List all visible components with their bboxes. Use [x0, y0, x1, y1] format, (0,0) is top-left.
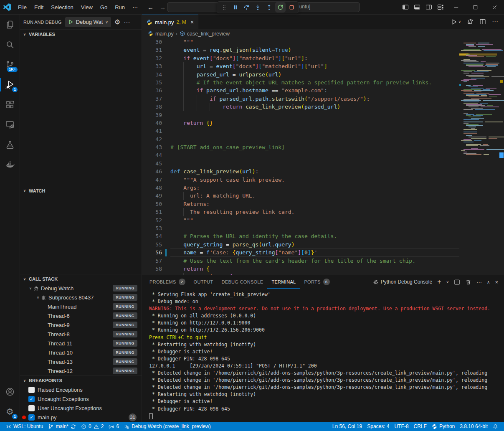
code-text[interactable]: # [START add_ons_case_preview_link] — [170, 143, 459, 151]
glyph-margin[interactable] — [142, 192, 149, 200]
breakpoint-item[interactable]: Raised Exceptions — [20, 385, 142, 394]
menu-go[interactable]: Go — [96, 4, 111, 10]
glyph-margin[interactable] — [142, 95, 149, 103]
eol-status[interactable]: CRLF — [411, 423, 429, 429]
open-changes-icon[interactable] — [467, 18, 474, 25]
breadcrumb-symbol[interactable]: case_link_preview — [187, 31, 230, 37]
menu-file[interactable]: File — [14, 4, 30, 10]
menu-view[interactable]: View — [77, 4, 96, 10]
watch-header[interactable]: ∨ WATCH — [20, 186, 142, 195]
code-text[interactable]: Returns: — [170, 200, 459, 208]
panel-tab-terminal[interactable]: TERMINAL — [267, 275, 300, 289]
encoding-status[interactable]: UTF-8 — [392, 423, 411, 429]
code-text[interactable]: if event["docs"]["matchedUrl"]["url"]: — [170, 54, 459, 62]
glyph-margin[interactable] — [142, 54, 149, 62]
cursor-position[interactable]: Ln 56, Col 19 — [330, 423, 365, 429]
debug-settings-gear-icon[interactable]: ⚙ — [114, 18, 120, 26]
code-text[interactable]: The resulting preview link card. — [170, 208, 459, 216]
code-text[interactable]: event = req.get_json(silent=True) — [170, 46, 459, 54]
debug-restart-button[interactable] — [275, 2, 286, 13]
debug-step-into-button[interactable] — [253, 2, 263, 13]
remote-indicator[interactable]: WSL: Ubuntu — [3, 423, 46, 429]
activity-search[interactable] — [0, 35, 20, 55]
menu-selection[interactable]: Selection — [47, 4, 77, 10]
split-terminal-icon[interactable] — [454, 279, 460, 285]
tab-main-py[interactable]: main.py 2, M × — [142, 15, 198, 29]
toggle-sidebar-icon[interactable] — [400, 0, 411, 14]
code-text[interactable] — [170, 135, 459, 143]
window-maximize-button[interactable] — [466, 0, 485, 14]
activity-accounts[interactable] — [0, 382, 20, 402]
notifications-bell[interactable] — [490, 424, 501, 429]
glyph-margin[interactable] — [142, 184, 149, 192]
code-text[interactable]: def case_link_preview(url): — [170, 167, 459, 175]
code-text[interactable]: """ — [170, 38, 459, 46]
panel-tab-output[interactable]: OUTPUT — [190, 275, 218, 289]
code-text[interactable] — [170, 160, 459, 167]
glyph-margin[interactable] — [142, 216, 149, 224]
glyph-margin[interactable] — [142, 127, 149, 135]
glyph-margin[interactable] — [142, 143, 149, 151]
code-text[interactable]: # Uses the text from the card's header f… — [170, 257, 459, 265]
code-text[interactable]: parsed_url = urlparse(url) — [170, 71, 459, 79]
call-stack-item[interactable]: MainThreadRUNNING — [20, 302, 142, 311]
tab-close-icon[interactable]: × — [190, 19, 194, 25]
code-text[interactable] — [170, 111, 459, 119]
glyph-margin[interactable] — [142, 200, 149, 208]
terminal-dropdown-icon[interactable]: ∨ — [446, 280, 449, 284]
code-text[interactable]: return { — [170, 265, 459, 273]
code-text[interactable]: url: A matching URL. — [170, 192, 459, 200]
glyph-margin[interactable] — [142, 257, 149, 265]
code-text[interactable]: query_string = parse_qs(url.query) — [170, 241, 459, 248]
nav-back-icon[interactable]: ← — [147, 4, 154, 11]
code-text[interactable]: Args: — [170, 184, 459, 192]
activity-settings[interactable]: ⚙ 1 — [0, 402, 20, 422]
activity-run-and-debug[interactable]: 1 — [0, 75, 20, 95]
code-text[interactable]: """A support case link preview. — [170, 176, 459, 184]
breakpoint-dot[interactable] — [142, 46, 149, 54]
call-stack-item[interactable]: Thread-9RUNNING — [20, 320, 142, 330]
call-stack-item[interactable]: Thread-10RUNNING — [20, 348, 142, 357]
glyph-margin[interactable] — [142, 151, 149, 159]
call-stack-item[interactable]: ∨Debug WatchRUNNING — [20, 284, 142, 293]
glyph-margin[interactable] — [142, 119, 149, 127]
call-stack-item[interactable]: Thread-8RUNNING — [20, 330, 142, 339]
code-text[interactable]: url = event["docs"]["matchedUrl"]["url"] — [170, 62, 459, 70]
split-editor-icon[interactable] — [479, 18, 486, 25]
code-text[interactable]: "action": { — [170, 273, 459, 275]
problems-status[interactable]: 0 2 — [79, 423, 106, 429]
breakpoints-header[interactable]: ∨ BREAKPOINTS — [20, 376, 142, 385]
glyph-margin[interactable] — [142, 273, 149, 275]
code-text[interactable]: # If the event object URL matches a spec… — [170, 79, 459, 86]
code-text[interactable] — [170, 127, 459, 135]
glyph-margin[interactable] — [142, 224, 149, 232]
terminal-instance-label[interactable]: Python Debug Console — [373, 279, 432, 285]
panel-tab-problems[interactable]: PROBLEMS2 — [145, 275, 190, 289]
glyph-margin[interactable] — [142, 265, 149, 273]
debug-step-out-button[interactable] — [264, 2, 274, 13]
code-editor[interactable]: 30 """31 event = req.get_json(silent=Tru… — [142, 38, 504, 275]
close-panel-icon[interactable]: × — [495, 279, 498, 285]
window-close-button[interactable] — [485, 0, 504, 14]
glyph-margin[interactable] — [142, 79, 149, 86]
debug-session-status[interactable]: Debug Watch (create_link_preview) — [122, 423, 213, 429]
code-text[interactable] — [170, 151, 459, 159]
toggle-panel-icon[interactable] — [411, 0, 423, 14]
menu-edit[interactable]: Edit — [30, 4, 47, 10]
indentation-status[interactable]: Spaces: 4 — [365, 423, 392, 429]
glyph-margin[interactable] — [142, 103, 149, 111]
call-stack-item[interactable]: Thread-6RUNNING — [20, 311, 142, 320]
customize-layout-icon[interactable] — [435, 0, 446, 14]
run-python-file-button[interactable]: ∨ — [451, 19, 461, 25]
debug-toolbar-drag-handle[interactable] — [219, 2, 229, 13]
kill-terminal-icon[interactable] — [465, 279, 471, 285]
code-text[interactable] — [170, 224, 459, 232]
terminal-output[interactable]: * Serving Flask app 'create_link_preview… — [142, 289, 504, 422]
code-lines[interactable]: 30 """31 event = req.get_json(silent=Tru… — [142, 38, 459, 275]
glyph-margin[interactable] — [142, 167, 149, 175]
breakpoint-checkbox[interactable] — [28, 387, 35, 393]
debug-step-over-button[interactable] — [241, 2, 252, 13]
editor-more-actions-icon[interactable]: ⋯ — [492, 18, 498, 25]
code-text[interactable]: name = f'Case: {query_string["name"][0]}… — [170, 248, 459, 256]
sidebar-more-actions-icon[interactable]: ⋯ — [124, 18, 130, 26]
